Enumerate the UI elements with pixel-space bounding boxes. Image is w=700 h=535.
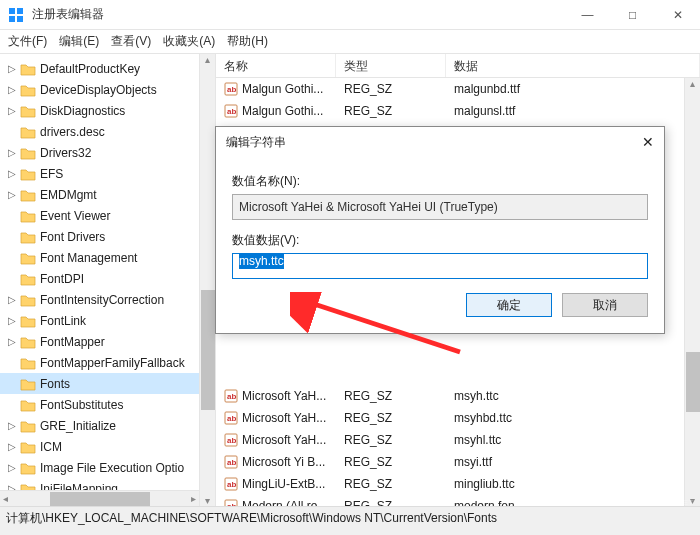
- value-data: msyh.ttc: [446, 389, 700, 403]
- expand-icon[interactable]: ▷: [8, 294, 18, 305]
- registry-tree[interactable]: ▷DefaultProductKey▷DeviceDisplayObjects▷…: [0, 54, 215, 506]
- expand-icon[interactable]: ▷: [8, 441, 18, 452]
- value-data-field[interactable]: msyh.ttc: [232, 253, 648, 279]
- column-name[interactable]: 名称: [216, 54, 336, 77]
- tree-item-label: ICM: [40, 440, 62, 454]
- tree-item[interactable]: Event Viewer: [0, 205, 215, 226]
- dialog-titlebar: 编辑字符串 ✕: [216, 127, 664, 157]
- list-row[interactable]: abMicrosoft Yi B...REG_SZmsyi.ttf: [216, 451, 700, 473]
- tree-item[interactable]: FontSubstitutes: [0, 394, 215, 415]
- tree-item[interactable]: ▷FontMapper: [0, 331, 215, 352]
- tree-item[interactable]: ▷Image File Execution Optio: [0, 457, 215, 478]
- menu-view[interactable]: 查看(V): [111, 33, 151, 50]
- expand-icon[interactable]: ▷: [8, 105, 18, 116]
- tree-item[interactable]: FontDPI: [0, 268, 215, 289]
- maximize-button[interactable]: □: [610, 0, 655, 30]
- expand-icon[interactable]: ▷: [8, 315, 18, 326]
- svg-rect-3: [17, 16, 23, 22]
- tree-item[interactable]: Fonts: [0, 373, 215, 394]
- svg-rect-2: [9, 16, 15, 22]
- expand-icon[interactable]: ▷: [8, 336, 18, 347]
- svg-text:ab: ab: [227, 458, 236, 467]
- ok-button[interactable]: 确定: [466, 293, 552, 317]
- value-data: malgunbd.ttf: [446, 82, 700, 96]
- tree-item[interactable]: Font Drivers: [0, 226, 215, 247]
- minimize-button[interactable]: —: [565, 0, 610, 30]
- tree-item-label: Image File Execution Optio: [40, 461, 184, 475]
- scroll-thumb-h[interactable]: [50, 492, 150, 506]
- list-scrollbar-vertical[interactable]: ▴ ▾: [684, 78, 700, 506]
- list-row[interactable]: abMalgun Gothi...REG_SZmalgunbd.ttf: [216, 78, 700, 100]
- tree-item[interactable]: ▷EMDMgmt: [0, 184, 215, 205]
- tree-item[interactable]: ▷FontLink: [0, 310, 215, 331]
- value-name-label: 数值名称(N):: [232, 173, 648, 190]
- tree-item-label: FontSubstitutes: [40, 398, 123, 412]
- expand-icon[interactable]: ▷: [8, 189, 18, 200]
- expand-icon[interactable]: ▷: [8, 462, 18, 473]
- tree-item[interactable]: FontMapperFamilyFallback: [0, 352, 215, 373]
- tree-item[interactable]: ▷GRE_Initialize: [0, 415, 215, 436]
- expand-icon[interactable]: ▷: [8, 63, 18, 74]
- regedit-icon: [8, 7, 24, 23]
- value-data: mingliub.ttc: [446, 477, 700, 491]
- tree-item[interactable]: ▷FontIntensityCorrection: [0, 289, 215, 310]
- tree-item-label: FontMapperFamilyFallback: [40, 356, 185, 370]
- scroll-down-icon[interactable]: ▾: [205, 495, 210, 506]
- tree-item-label: EMDMgmt: [40, 188, 97, 202]
- value-name: Microsoft YaH...: [242, 433, 326, 447]
- value-name: Microsoft Yi B...: [242, 455, 325, 469]
- value-data: malgunsl.ttf: [446, 104, 700, 118]
- tree-item[interactable]: ▷EFS: [0, 163, 215, 184]
- value-data: msyi.ttf: [446, 455, 700, 469]
- tree-item-label: Font Drivers: [40, 230, 105, 244]
- dialog-close-button[interactable]: ✕: [642, 134, 654, 150]
- menu-edit[interactable]: 编辑(E): [59, 33, 99, 50]
- list-row[interactable]: abMingLiU-ExtB...REG_SZmingliub.ttc: [216, 473, 700, 495]
- tree-item-label: FontIntensityCorrection: [40, 293, 164, 307]
- value-type: REG_SZ: [336, 477, 446, 491]
- tree-item[interactable]: ▷DeviceDisplayObjects: [0, 79, 215, 100]
- value-name: Malgun Gothi...: [242, 82, 323, 96]
- close-button[interactable]: ✕: [655, 0, 700, 30]
- edit-string-dialog: 编辑字符串 ✕ 数值名称(N): 数值数据(V): msyh.ttc 确定 取消: [215, 126, 665, 334]
- list-row[interactable]: abMalgun Gothi...REG_SZmalgunsl.ttf: [216, 100, 700, 122]
- status-path: 计算机\HKEY_LOCAL_MACHINE\SOFTWARE\Microsof…: [6, 510, 497, 527]
- tree-item-label: FontDPI: [40, 272, 84, 286]
- expand-icon[interactable]: ▷: [8, 168, 18, 179]
- list-row[interactable]: abMicrosoft YaH...REG_SZmsyh.ttc: [216, 385, 700, 407]
- tree-item[interactable]: Font Management: [0, 247, 215, 268]
- value-type: REG_SZ: [336, 455, 446, 469]
- menu-favorites[interactable]: 收藏夹(A): [163, 33, 215, 50]
- scroll-thumb[interactable]: [201, 290, 215, 410]
- tree-item[interactable]: drivers.desc: [0, 121, 215, 142]
- tree-item[interactable]: ▷DiskDiagnostics: [0, 100, 215, 121]
- svg-rect-0: [9, 8, 15, 14]
- value-data: modern.fon: [446, 499, 700, 506]
- svg-rect-1: [17, 8, 23, 14]
- scroll-down-icon[interactable]: ▾: [690, 495, 695, 506]
- tree-scrollbar-vertical[interactable]: ▴ ▾: [199, 54, 215, 506]
- tree-item[interactable]: ▷DefaultProductKey: [0, 58, 215, 79]
- tree-item[interactable]: ▷Drivers32: [0, 142, 215, 163]
- scroll-up-icon[interactable]: ▴: [205, 54, 210, 65]
- tree-scrollbar-horizontal[interactable]: ◂ ▸: [0, 490, 199, 506]
- menu-file[interactable]: 文件(F): [8, 33, 47, 50]
- tree-item[interactable]: ▷ICM: [0, 436, 215, 457]
- expand-icon[interactable]: ▷: [8, 420, 18, 431]
- scroll-right-icon[interactable]: ▸: [191, 493, 196, 504]
- dialog-title: 编辑字符串: [226, 134, 286, 151]
- list-row[interactable]: abMicrosoft YaH...REG_SZmsyhl.ttc: [216, 429, 700, 451]
- expand-icon[interactable]: ▷: [8, 147, 18, 158]
- cancel-button[interactable]: 取消: [562, 293, 648, 317]
- value-name: MingLiU-ExtB...: [242, 477, 325, 491]
- menu-help[interactable]: 帮助(H): [227, 33, 268, 50]
- expand-icon[interactable]: ▷: [8, 84, 18, 95]
- scroll-left-icon[interactable]: ◂: [3, 493, 8, 504]
- scroll-thumb[interactable]: [686, 352, 700, 412]
- list-row[interactable]: abModern (All re...REG_SZmodern.fon: [216, 495, 700, 506]
- column-data[interactable]: 数据: [446, 54, 700, 77]
- column-type[interactable]: 类型: [336, 54, 446, 77]
- list-row[interactable]: abMicrosoft YaH...REG_SZmsyhbd.ttc: [216, 407, 700, 429]
- scroll-up-icon[interactable]: ▴: [690, 78, 695, 89]
- menu-bar: 文件(F) 编辑(E) 查看(V) 收藏夹(A) 帮助(H): [0, 30, 700, 54]
